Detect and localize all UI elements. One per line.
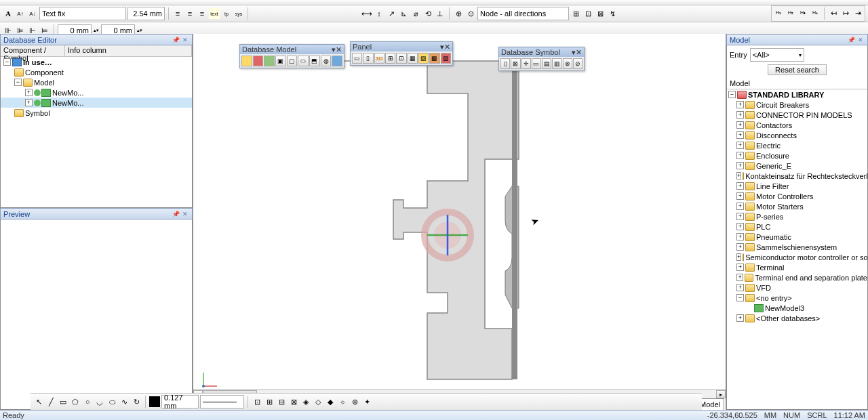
rect-icon[interactable]: ▭ — [58, 396, 68, 407]
layer-3-icon[interactable] — [264, 56, 275, 66]
sym-6-icon[interactable]: ▥ — [552, 58, 561, 69]
expand-icon[interactable]: + — [736, 162, 744, 169]
drawing-canvas[interactable]: ➤ Database Model▾✕ ▣ ▢ ⬭ ⬒ ◍ Panel▾✕ ▭ ▯ — [193, 34, 726, 410]
pt8-icon[interactable]: ▩ — [429, 53, 439, 64]
tree-item-newmodel-1[interactable]: + NewMo... — [1, 87, 192, 98]
expand-icon[interactable]: + — [736, 233, 744, 240]
collapse-icon[interactable]: − — [736, 294, 744, 301]
expand-icon[interactable]: + — [736, 142, 744, 149]
align-center-icon[interactable]: ≡ — [184, 8, 195, 19]
panel-toolbar[interactable]: Panel▾✕ ▭ ▯ 3D ⊞ ⊡ ▦ ▨ ▩ ▧ — [350, 41, 453, 66]
lib-category[interactable]: +Enclosure — [727, 150, 867, 161]
op-9-icon[interactable]: ⊕ — [349, 396, 360, 407]
pt5-icon[interactable]: ⊡ — [396, 53, 406, 64]
sym-4-icon[interactable]: ▭ — [532, 58, 541, 69]
expand-icon[interactable]: + — [736, 203, 744, 210]
expand-icon[interactable]: + — [25, 99, 33, 106]
text-btn-3[interactable]: sys — [233, 8, 244, 19]
pt2-icon[interactable]: ▯ — [363, 53, 373, 64]
font-ad-icon[interactable]: A↓ — [27, 8, 38, 19]
op-7-icon[interactable]: ◆ — [325, 396, 336, 407]
text-btn-2[interactable]: tp — [221, 8, 232, 19]
grid4-icon[interactable]: ↯ — [607, 8, 618, 19]
align-right-icon[interactable]: ≡ — [197, 8, 208, 19]
lib-otherdb[interactable]: + <Other databases> — [727, 313, 867, 323]
expand-icon[interactable]: + — [736, 264, 744, 271]
collapse-icon[interactable]: − — [728, 91, 736, 98]
lib-category[interactable]: +Terminal — [727, 262, 867, 272]
pin-icon[interactable]: 📌 — [847, 36, 855, 44]
pin-icon[interactable]: 📌 — [172, 36, 180, 44]
op-5-icon[interactable]: ◈ — [300, 396, 311, 407]
expand-icon[interactable]: + — [736, 111, 744, 119]
collapse-icon[interactable]: − — [14, 79, 22, 86]
pt7-icon[interactable]: ▨ — [418, 53, 429, 64]
grid-icon[interactable]: ⊞ — [570, 8, 581, 19]
lib-category[interactable]: +P-series — [727, 211, 867, 222]
text-btn-1[interactable]: text — [209, 8, 220, 19]
pt4-icon[interactable]: ⊞ — [385, 53, 395, 64]
tree-item-component[interactable]: Component — [1, 67, 192, 77]
cube-icon[interactable]: ▣ — [275, 56, 286, 66]
close-icon[interactable]: ✕ — [856, 36, 865, 44]
poly-icon[interactable]: ⬠ — [70, 396, 81, 407]
align-left-icon[interactable]: ≡ — [172, 8, 183, 19]
scroll-right-icon[interactable]: ▸ — [716, 390, 726, 398]
collapse-icon[interactable]: − — [3, 58, 11, 66]
op-4-icon[interactable]: ⊠ — [288, 396, 299, 407]
expand-icon[interactable]: + — [736, 192, 744, 200]
sym-7-icon[interactable]: ⊗ — [563, 58, 572, 69]
close-icon[interactable]: ✕ — [181, 36, 189, 44]
lib-category[interactable]: +PLC — [727, 222, 867, 232]
pt9-icon[interactable]: ▧ — [441, 53, 451, 64]
sym-8-icon[interactable]: ⊘ — [573, 58, 583, 69]
grid3-icon[interactable]: ⊠ — [595, 8, 606, 19]
nav-end-icon[interactable]: ⇥ — [852, 7, 863, 18]
close-icon[interactable]: ✕ — [336, 45, 342, 54]
op-2-icon[interactable]: ⊞ — [264, 396, 275, 407]
expand-icon[interactable]: + — [736, 121, 744, 129]
nav-fwd-icon[interactable]: ↦ — [840, 7, 851, 18]
sym-1-icon[interactable]: ▯ — [500, 58, 510, 69]
reset-search-button[interactable]: Reset search — [768, 64, 827, 75]
close-icon[interactable]: ✕ — [444, 43, 450, 51]
lib-category[interactable]: +Generic_E — [727, 161, 867, 171]
snap-icon[interactable]: ⊕ — [453, 8, 464, 19]
lib-category[interactable]: +Electric — [727, 140, 867, 150]
expand-icon[interactable]: + — [736, 274, 743, 281]
view-4-icon[interactable]: H₄ — [810, 7, 821, 18]
line-icon[interactable]: ╱ — [45, 396, 56, 407]
color-icon[interactable] — [149, 396, 160, 407]
lib-category[interactable]: +Circuit Breakers — [727, 100, 867, 110]
line-width-combo[interactable]: 0.127 mm — [161, 395, 199, 408]
redo-icon[interactable]: ↻ — [131, 396, 142, 407]
grid2-icon[interactable]: ⊡ — [583, 8, 593, 19]
db-symbol-toolbar[interactable]: Database Symbol▾✕ ▯ ⊠ ✛ ▭ ▤ ▥ ⊗ ⊘ — [498, 47, 585, 71]
expand-icon[interactable]: + — [736, 213, 744, 220]
db-editor-tree[interactable]: Component / Symbol Info column − In use…… — [0, 45, 193, 208]
arc-icon[interactable]: ◡ — [94, 396, 105, 407]
lib-category[interactable]: +Pneumatic — [727, 232, 867, 242]
dim-1-icon[interactable]: ⟷ — [361, 8, 372, 19]
3d-icon[interactable]: 3D — [374, 53, 384, 64]
lib-category[interactable]: +Semiconductor motor controller or soft … — [727, 252, 867, 262]
sym-3-icon[interactable]: ✛ — [521, 58, 531, 69]
text-size-combo[interactable]: 2.54 mm — [127, 7, 165, 20]
circle-icon[interactable]: ○ — [82, 396, 93, 407]
tree-item-newmodel-2[interactable]: + NewMo... — [1, 98, 192, 108]
snap2-icon[interactable]: ⊙ — [465, 8, 476, 19]
spline-icon[interactable]: ∿ — [119, 396, 130, 407]
layer-2-icon[interactable] — [253, 56, 264, 66]
pt6-icon[interactable]: ▦ — [408, 53, 418, 64]
view-3-icon[interactable]: H₃ — [797, 7, 808, 18]
dim-5-icon[interactable]: ⌀ — [410, 8, 421, 19]
nav-back-icon[interactable]: ↤ — [828, 7, 839, 18]
lib-category[interactable]: +Kontakteinsatz für Rechtecksteckverbind… — [727, 171, 867, 181]
lib-category[interactable]: +Motor Controllers — [727, 191, 867, 201]
dim-6-icon[interactable]: ⟲ — [422, 8, 433, 19]
expand-icon[interactable]: + — [736, 172, 741, 180]
dim-2-icon[interactable]: ↕ — [374, 8, 384, 19]
lib-category[interactable]: +CONNECTOR PIN MODELS — [727, 110, 867, 120]
cyl-icon[interactable]: ⬭ — [298, 56, 309, 66]
expand-icon[interactable]: + — [736, 314, 744, 322]
